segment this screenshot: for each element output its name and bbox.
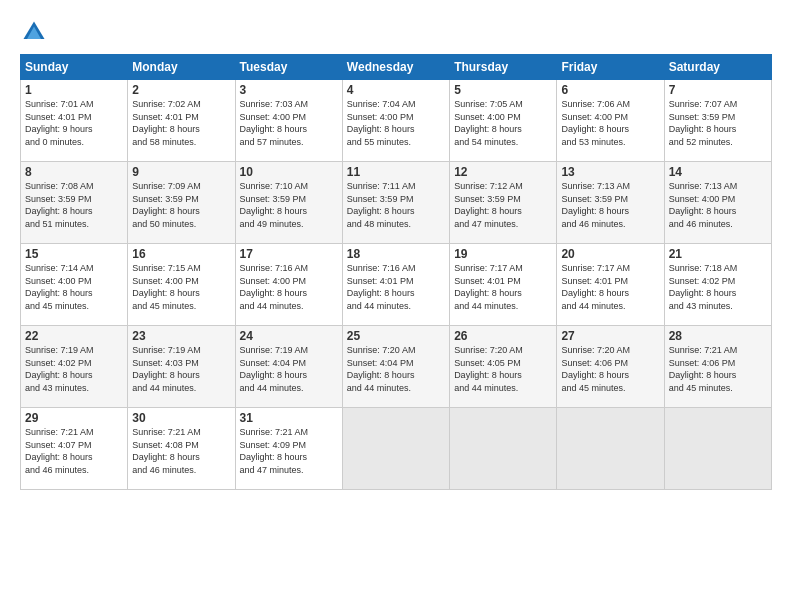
calendar-cell: 22Sunrise: 7:19 AM Sunset: 4:02 PM Dayli… — [21, 326, 128, 408]
calendar-cell: 31Sunrise: 7:21 AM Sunset: 4:09 PM Dayli… — [235, 408, 342, 490]
header — [20, 18, 772, 46]
calendar-cell: 3Sunrise: 7:03 AM Sunset: 4:00 PM Daylig… — [235, 80, 342, 162]
calendar-table: SundayMondayTuesdayWednesdayThursdayFrid… — [20, 54, 772, 490]
day-info: Sunrise: 7:20 AM Sunset: 4:06 PM Dayligh… — [561, 344, 659, 394]
day-number: 22 — [25, 329, 123, 343]
day-number: 21 — [669, 247, 767, 261]
day-number: 26 — [454, 329, 552, 343]
calendar-cell: 6Sunrise: 7:06 AM Sunset: 4:00 PM Daylig… — [557, 80, 664, 162]
day-info: Sunrise: 7:17 AM Sunset: 4:01 PM Dayligh… — [454, 262, 552, 312]
day-info: Sunrise: 7:20 AM Sunset: 4:05 PM Dayligh… — [454, 344, 552, 394]
calendar-cell: 8Sunrise: 7:08 AM Sunset: 3:59 PM Daylig… — [21, 162, 128, 244]
day-number: 25 — [347, 329, 445, 343]
calendar-cell: 13Sunrise: 7:13 AM Sunset: 3:59 PM Dayli… — [557, 162, 664, 244]
calendar-week-row: 22Sunrise: 7:19 AM Sunset: 4:02 PM Dayli… — [21, 326, 772, 408]
day-info: Sunrise: 7:09 AM Sunset: 3:59 PM Dayligh… — [132, 180, 230, 230]
calendar-cell: 15Sunrise: 7:14 AM Sunset: 4:00 PM Dayli… — [21, 244, 128, 326]
day-number: 23 — [132, 329, 230, 343]
day-info: Sunrise: 7:21 AM Sunset: 4:09 PM Dayligh… — [240, 426, 338, 476]
day-info: Sunrise: 7:18 AM Sunset: 4:02 PM Dayligh… — [669, 262, 767, 312]
calendar-cell: 28Sunrise: 7:21 AM Sunset: 4:06 PM Dayli… — [664, 326, 771, 408]
logo-icon — [20, 18, 48, 46]
weekday-header-wednesday: Wednesday — [342, 55, 449, 80]
calendar-cell: 9Sunrise: 7:09 AM Sunset: 3:59 PM Daylig… — [128, 162, 235, 244]
day-info: Sunrise: 7:13 AM Sunset: 3:59 PM Dayligh… — [561, 180, 659, 230]
calendar-cell: 1Sunrise: 7:01 AM Sunset: 4:01 PM Daylig… — [21, 80, 128, 162]
calendar-week-row: 8Sunrise: 7:08 AM Sunset: 3:59 PM Daylig… — [21, 162, 772, 244]
calendar-week-row: 15Sunrise: 7:14 AM Sunset: 4:00 PM Dayli… — [21, 244, 772, 326]
calendar-cell — [450, 408, 557, 490]
calendar-cell: 23Sunrise: 7:19 AM Sunset: 4:03 PM Dayli… — [128, 326, 235, 408]
day-number: 2 — [132, 83, 230, 97]
calendar-cell — [557, 408, 664, 490]
day-number: 13 — [561, 165, 659, 179]
day-number: 7 — [669, 83, 767, 97]
day-info: Sunrise: 7:12 AM Sunset: 3:59 PM Dayligh… — [454, 180, 552, 230]
calendar-cell: 19Sunrise: 7:17 AM Sunset: 4:01 PM Dayli… — [450, 244, 557, 326]
day-info: Sunrise: 7:16 AM Sunset: 4:00 PM Dayligh… — [240, 262, 338, 312]
day-info: Sunrise: 7:05 AM Sunset: 4:00 PM Dayligh… — [454, 98, 552, 148]
calendar-cell — [342, 408, 449, 490]
weekday-header-saturday: Saturday — [664, 55, 771, 80]
day-info: Sunrise: 7:06 AM Sunset: 4:00 PM Dayligh… — [561, 98, 659, 148]
calendar-cell: 5Sunrise: 7:05 AM Sunset: 4:00 PM Daylig… — [450, 80, 557, 162]
calendar-cell: 17Sunrise: 7:16 AM Sunset: 4:00 PM Dayli… — [235, 244, 342, 326]
day-info: Sunrise: 7:19 AM Sunset: 4:03 PM Dayligh… — [132, 344, 230, 394]
day-info: Sunrise: 7:20 AM Sunset: 4:04 PM Dayligh… — [347, 344, 445, 394]
day-info: Sunrise: 7:21 AM Sunset: 4:07 PM Dayligh… — [25, 426, 123, 476]
weekday-header-friday: Friday — [557, 55, 664, 80]
day-number: 15 — [25, 247, 123, 261]
calendar-week-row: 29Sunrise: 7:21 AM Sunset: 4:07 PM Dayli… — [21, 408, 772, 490]
day-number: 29 — [25, 411, 123, 425]
calendar-cell: 4Sunrise: 7:04 AM Sunset: 4:00 PM Daylig… — [342, 80, 449, 162]
calendar-cell: 16Sunrise: 7:15 AM Sunset: 4:00 PM Dayli… — [128, 244, 235, 326]
day-number: 14 — [669, 165, 767, 179]
day-number: 8 — [25, 165, 123, 179]
day-number: 6 — [561, 83, 659, 97]
day-number: 4 — [347, 83, 445, 97]
calendar-cell: 11Sunrise: 7:11 AM Sunset: 3:59 PM Dayli… — [342, 162, 449, 244]
calendar-cell: 21Sunrise: 7:18 AM Sunset: 4:02 PM Dayli… — [664, 244, 771, 326]
day-info: Sunrise: 7:04 AM Sunset: 4:00 PM Dayligh… — [347, 98, 445, 148]
calendar-cell: 18Sunrise: 7:16 AM Sunset: 4:01 PM Dayli… — [342, 244, 449, 326]
day-number: 10 — [240, 165, 338, 179]
calendar-cell: 20Sunrise: 7:17 AM Sunset: 4:01 PM Dayli… — [557, 244, 664, 326]
day-info: Sunrise: 7:08 AM Sunset: 3:59 PM Dayligh… — [25, 180, 123, 230]
day-info: Sunrise: 7:19 AM Sunset: 4:02 PM Dayligh… — [25, 344, 123, 394]
day-number: 1 — [25, 83, 123, 97]
day-info: Sunrise: 7:21 AM Sunset: 4:08 PM Dayligh… — [132, 426, 230, 476]
day-number: 16 — [132, 247, 230, 261]
day-number: 3 — [240, 83, 338, 97]
calendar-cell: 2Sunrise: 7:02 AM Sunset: 4:01 PM Daylig… — [128, 80, 235, 162]
day-number: 20 — [561, 247, 659, 261]
calendar-cell: 26Sunrise: 7:20 AM Sunset: 4:05 PM Dayli… — [450, 326, 557, 408]
day-info: Sunrise: 7:19 AM Sunset: 4:04 PM Dayligh… — [240, 344, 338, 394]
day-number: 17 — [240, 247, 338, 261]
day-number: 28 — [669, 329, 767, 343]
day-number: 24 — [240, 329, 338, 343]
weekday-header-monday: Monday — [128, 55, 235, 80]
day-info: Sunrise: 7:16 AM Sunset: 4:01 PM Dayligh… — [347, 262, 445, 312]
calendar-cell — [664, 408, 771, 490]
calendar-cell: 27Sunrise: 7:20 AM Sunset: 4:06 PM Dayli… — [557, 326, 664, 408]
day-info: Sunrise: 7:10 AM Sunset: 3:59 PM Dayligh… — [240, 180, 338, 230]
calendar-cell: 29Sunrise: 7:21 AM Sunset: 4:07 PM Dayli… — [21, 408, 128, 490]
weekday-header-thursday: Thursday — [450, 55, 557, 80]
day-info: Sunrise: 7:17 AM Sunset: 4:01 PM Dayligh… — [561, 262, 659, 312]
day-info: Sunrise: 7:01 AM Sunset: 4:01 PM Dayligh… — [25, 98, 123, 148]
page: SundayMondayTuesdayWednesdayThursdayFrid… — [0, 0, 792, 612]
day-info: Sunrise: 7:21 AM Sunset: 4:06 PM Dayligh… — [669, 344, 767, 394]
weekday-header-sunday: Sunday — [21, 55, 128, 80]
calendar-cell: 12Sunrise: 7:12 AM Sunset: 3:59 PM Dayli… — [450, 162, 557, 244]
calendar-cell: 24Sunrise: 7:19 AM Sunset: 4:04 PM Dayli… — [235, 326, 342, 408]
day-info: Sunrise: 7:13 AM Sunset: 4:00 PM Dayligh… — [669, 180, 767, 230]
calendar-cell: 25Sunrise: 7:20 AM Sunset: 4:04 PM Dayli… — [342, 326, 449, 408]
day-info: Sunrise: 7:02 AM Sunset: 4:01 PM Dayligh… — [132, 98, 230, 148]
day-number: 12 — [454, 165, 552, 179]
day-number: 11 — [347, 165, 445, 179]
day-info: Sunrise: 7:15 AM Sunset: 4:00 PM Dayligh… — [132, 262, 230, 312]
logo — [20, 18, 52, 46]
day-info: Sunrise: 7:14 AM Sunset: 4:00 PM Dayligh… — [25, 262, 123, 312]
calendar-week-row: 1Sunrise: 7:01 AM Sunset: 4:01 PM Daylig… — [21, 80, 772, 162]
day-number: 18 — [347, 247, 445, 261]
